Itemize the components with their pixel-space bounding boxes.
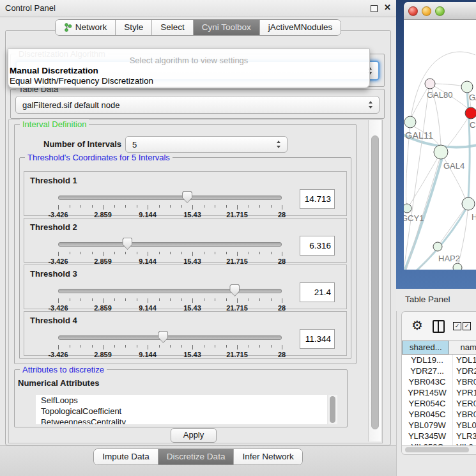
- network-node-gcy1[interactable]: [404, 204, 411, 213]
- slider-track[interactable]: [58, 242, 282, 247]
- tick-mark: [81, 298, 81, 301]
- threshold-value-input[interactable]: [300, 236, 335, 256]
- table-row[interactable]: YDR27...YDR2: [402, 365, 476, 376]
- gear-icon[interactable]: ⚙: [411, 318, 423, 333]
- table-row[interactable]: YBR045CYBR0: [402, 409, 476, 420]
- popup-item-equal-width-frequency-discretization[interactable]: Equal Width/Frequency Discretization: [8, 75, 369, 86]
- tab-impute-data[interactable]: Impute Data: [94, 449, 158, 464]
- split-columns-icon[interactable]: [433, 320, 445, 333]
- table-cell: YBR0: [453, 409, 476, 420]
- tab-discretize-data[interactable]: Discretize Data: [158, 449, 234, 464]
- scrollbar-thumb[interactable]: [330, 396, 335, 423]
- threshold-panel-3: Threshold 3-3.4262.8599.14415.4321.71528: [24, 265, 347, 309]
- attribute-item-selfloops[interactable]: SelfLoops: [36, 395, 327, 406]
- table-data-combobox[interactable]: galFiltered.sif default node: [15, 96, 380, 114]
- table-body: YDL19...YDL1YDR27...YDR2YBR043CYBR0YPR14…: [402, 355, 476, 445]
- close-traffic-light-icon[interactable]: [408, 6, 418, 16]
- tick-mark: [271, 298, 272, 301]
- checkbox-icon[interactable]: ✓: [463, 322, 471, 330]
- network-node[interactable]: [453, 263, 462, 270]
- network-node-gal4[interactable]: [434, 145, 448, 159]
- network-node-hap2[interactable]: [433, 242, 442, 251]
- slider-thumb[interactable]: [182, 191, 192, 203]
- tick-mark: [148, 205, 148, 210]
- slider-thumb[interactable]: [229, 284, 240, 296]
- column-header-name[interactable]: name: [449, 341, 476, 355]
- tick-mark: [92, 205, 93, 208]
- table-toolbar: ⚙ ✓ ✓: [402, 312, 476, 341]
- vertical-scrollbar[interactable]: [368, 120, 381, 441]
- column-header-shared-[interactable]: shared...: [402, 341, 449, 355]
- threshold-slider[interactable]: -3.4262.8599.14415.4321.71528: [58, 284, 282, 307]
- tab-network[interactable]: Network: [56, 20, 116, 35]
- tab-select[interactable]: Select: [151, 20, 193, 35]
- tick-mark: [237, 252, 238, 256]
- algorithm-dropdown-popup: Select algorithm to view settings Manual…: [8, 49, 370, 88]
- scrollbar-thumb[interactable]: [371, 135, 379, 429]
- network-node-gal11[interactable]: [404, 116, 416, 128]
- float-window-icon[interactable]: [371, 5, 378, 12]
- table-cell: YER0: [453, 398, 476, 409]
- tab-cyni-toolbox[interactable]: Cyni Toolbox: [193, 20, 259, 35]
- table-cell: YER054C: [402, 398, 453, 409]
- minimize-traffic-light-icon[interactable]: [422, 6, 431, 16]
- table-cell: YDL1: [453, 355, 476, 365]
- tick-mark: [226, 345, 227, 348]
- table-row[interactable]: YLR345WYLR3: [402, 431, 476, 441]
- slider-thumb[interactable]: [158, 331, 168, 343]
- attributes-list-scrollbar[interactable]: [328, 395, 337, 424]
- network-node-gal80[interactable]: [425, 79, 435, 89]
- tick-mark: [81, 252, 81, 254]
- table-row[interactable]: YER054CYER0: [402, 398, 476, 409]
- threshold-label: Threshold 3: [30, 269, 77, 279]
- tick-mark: [159, 298, 160, 301]
- checkbox-icon[interactable]: ✓: [453, 322, 461, 330]
- close-window-icon[interactable]: ✕: [384, 3, 391, 12]
- table-row[interactable]: YBL079WYBL0: [402, 420, 476, 431]
- tick-mark: [114, 298, 115, 301]
- horizontal-scrollbar[interactable]: [402, 445, 476, 454]
- table-row[interactable]: YDL19...YDL1: [402, 355, 476, 365]
- slider-thumb[interactable]: [122, 238, 132, 250]
- tick-mark: [271, 252, 272, 254]
- threshold-slider[interactable]: -3.4262.8599.14415.4321.71528: [58, 238, 282, 261]
- scrollbar-thumb[interactable]: [405, 447, 469, 452]
- algorithm-popup-items: Manual DiscretizationEqual Width/Frequen…: [8, 65, 369, 86]
- apply-button[interactable]: Apply: [171, 428, 217, 443]
- numerical-attributes-list[interactable]: SelfLoopsTopologicalCoefficientBetweenne…: [36, 395, 327, 424]
- tab-jactivemnodules[interactable]: jActiveMNodules: [259, 20, 341, 35]
- threshold-value-input[interactable]: [300, 189, 335, 209]
- tick-mark: [271, 345, 272, 348]
- number-of-intervals-combobox[interactable]: 5: [125, 136, 288, 153]
- attribute-item-topologicalcoefficient[interactable]: TopologicalCoefficient: [36, 406, 327, 417]
- table-row[interactable]: YBR043CYBR0: [402, 376, 476, 387]
- network-node-c[interactable]: [465, 107, 476, 119]
- tick-mark: [125, 345, 126, 348]
- tick-mark: [148, 298, 148, 303]
- table-cell: YBR045C: [402, 409, 453, 420]
- slider-track[interactable]: [58, 335, 282, 340]
- threshold-slider[interactable]: -3.4262.8599.14415.4321.71528: [58, 331, 282, 354]
- slider-track[interactable]: [58, 196, 282, 200]
- threshold-value-input[interactable]: [300, 282, 335, 302]
- threshold-value-input[interactable]: [300, 329, 335, 349]
- tab-label: Network: [75, 20, 107, 35]
- tick-mark: [259, 345, 260, 348]
- table-panel-title: Table Panel: [405, 295, 450, 304]
- tab-label: Infer Network: [242, 449, 293, 464]
- table-row[interactable]: YPR145WYPR1: [402, 387, 476, 398]
- network-node-ga[interactable]: [461, 81, 473, 93]
- network-canvas[interactable]: GAL80GACGAL11GAL4HGCY1HAP2: [404, 20, 476, 270]
- tick-mark: [58, 298, 59, 303]
- zoom-traffic-light-icon[interactable]: [435, 6, 445, 16]
- bottom-tabs-row: Impute DataDiscretize DataInfer Network: [0, 449, 396, 465]
- tab-infer-network[interactable]: Infer Network: [233, 449, 302, 464]
- tick-mark: [58, 252, 59, 256]
- tick-mark: [215, 298, 215, 301]
- tab-style[interactable]: Style: [115, 20, 151, 35]
- popup-item-manual-discretization[interactable]: Manual Discretization: [8, 65, 369, 75]
- network-node-h[interactable]: [462, 197, 475, 210]
- threshold-slider[interactable]: -3.4262.8599.14415.4321.71528: [58, 191, 282, 214]
- slider-track[interactable]: [58, 289, 282, 293]
- attribute-item-betweennesscentrality[interactable]: BetweennessCentrality: [36, 417, 327, 424]
